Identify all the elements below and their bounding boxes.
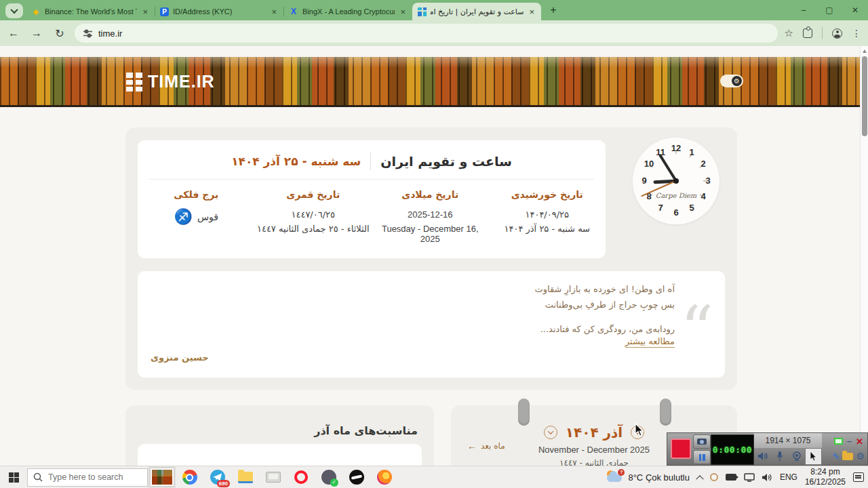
maximize-button[interactable]: ▢	[816, 0, 842, 20]
stop-record-button[interactable]	[671, 439, 691, 459]
chrome-icon	[182, 470, 197, 485]
occasions-title: مناسبت‌های ماه آذر	[314, 424, 418, 437]
tab-id-address[interactable]: P ID/Address (KYC) ×	[155, 3, 283, 20]
photo-thumbnail-icon	[151, 468, 174, 486]
checkmark-app-icon	[321, 470, 336, 485]
scrollbar[interactable]	[860, 46, 868, 466]
taskbar-app-telegram[interactable]: 690	[203, 466, 231, 488]
taskbar-app-recorder[interactable]	[259, 466, 287, 488]
taskbar-weather[interactable]: ? 8°C Çok bulutlu	[606, 470, 690, 484]
pause-button[interactable]	[693, 450, 711, 464]
analog-clock: 12 1 2 3 4 5 6 7 8 9 10 11 Carpe Diem	[633, 138, 719, 224]
windows-logo-icon	[9, 472, 19, 483]
next-month-button[interactable]: ← ماه بعد	[467, 441, 505, 451]
recorder-minimize-button[interactable]: –	[847, 439, 852, 444]
action-center-icon[interactable]	[853, 472, 864, 482]
extensions-icon[interactable]	[803, 28, 812, 38]
url-text[interactable]: time.ir	[98, 28, 122, 39]
firefox-icon	[377, 470, 392, 485]
address-bar[interactable]: time.ir	[75, 24, 778, 43]
tab-bingx[interactable]: X BingX - A Leading Cryptocurren ×	[283, 3, 412, 20]
taskbar-app-antivirus[interactable]	[315, 466, 342, 488]
timeir-logo[interactable]: TIME.IR	[126, 72, 215, 92]
occasions-card: مناسبت‌های ماه آذر	[125, 405, 434, 466]
back-button[interactable]: ←	[4, 24, 23, 43]
tab-title: ساعت و تقویم ایران | تاریخ امروز	[431, 7, 524, 16]
taskbar-app-photos[interactable]	[148, 466, 176, 488]
network-monitor-icon[interactable]	[744, 473, 755, 482]
search-input[interactable]	[48, 472, 136, 482]
weather-cloud-icon: ?	[606, 470, 623, 484]
tab-title: Binance: The World's Most Tru	[45, 7, 137, 16]
volume-icon[interactable]	[762, 473, 772, 482]
profile-icon[interactable]	[832, 28, 842, 39]
taskbar-app-firefox[interactable]	[370, 466, 398, 488]
weather-temp: 8°C	[628, 472, 643, 483]
close-window-button[interactable]: ✕	[842, 0, 868, 20]
recorder-close-button[interactable]: ✕	[856, 436, 863, 447]
tab-search-button[interactable]	[5, 3, 23, 18]
today-date-orange: سه شنبه - ۲۵ آذر ۱۴۰۴	[231, 155, 361, 168]
banner-autumn-forest: TIME.IR ⚙	[0, 57, 860, 107]
chevron-down-icon	[10, 6, 18, 14]
tray-circle-icon[interactable]	[710, 473, 718, 481]
taskbar-search[interactable]	[27, 468, 148, 487]
calendar-binder-ring	[660, 399, 671, 426]
microphone-icon[interactable]	[771, 448, 788, 465]
tab-binance[interactable]: ◆ Binance: The World's Most Tru ×	[26, 3, 155, 20]
close-icon[interactable]: ×	[141, 7, 149, 17]
gear-icon: ⚙	[732, 76, 742, 86]
menu-icon[interactable]: ⋮	[852, 28, 861, 39]
read-more-link[interactable]: مطالعه بیشتر	[625, 336, 675, 348]
new-tab-button[interactable]: +	[545, 2, 561, 18]
search-icon	[33, 472, 43, 482]
scrollbar-thumb[interactable]	[862, 56, 867, 136]
capture-resolution: 1914 × 1075	[754, 433, 822, 448]
screenshot-button[interactable]	[693, 434, 711, 449]
output-folder-icon[interactable]	[842, 453, 853, 460]
mouse-cursor	[635, 423, 645, 437]
opera-icon	[294, 470, 308, 484]
calendar-month-title[interactable]: آذر ۱۴۰۴	[566, 424, 623, 441]
taskbar-date: 16/12/2025	[805, 477, 846, 487]
draw-pencil-icon[interactable]: ✎	[833, 451, 840, 462]
weather-desc: Çok bulutlu	[646, 472, 690, 483]
recorder-settings-icon[interactable]: ⚙	[856, 451, 865, 462]
black-disc-icon	[349, 470, 364, 485]
tab-timeir-active[interactable]: ساعت و تقویم ایران | تاریخ امروز ×	[412, 3, 541, 20]
forward-button[interactable]: →	[27, 24, 46, 43]
bookmark-star-icon[interactable]: ☆	[785, 27, 793, 39]
minimize-button[interactable]: –	[791, 0, 816, 20]
scroll-up-arrow[interactable]	[863, 49, 867, 53]
banner-settings-toggle[interactable]: ⚙	[720, 75, 743, 87]
taskbar-app-chrome[interactable]	[176, 466, 203, 488]
webcam-icon[interactable]	[788, 448, 805, 465]
reload-button[interactable]: ↻	[50, 24, 69, 43]
tray-expand-icon[interactable]	[697, 474, 703, 480]
close-icon[interactable]: ×	[528, 7, 536, 17]
pause-icon	[699, 454, 705, 461]
timeir-favicon	[418, 7, 427, 16]
region-select-button[interactable]	[834, 438, 843, 445]
zodiac-column: برج فلکی قوس ♐	[138, 189, 255, 244]
quote-card: “ آه ای وطن! ای خورده به بازارِ شقاوت بس…	[138, 271, 725, 378]
timeir-logo-text: TIME.IR	[148, 72, 215, 92]
tray-camera-icon[interactable]	[726, 474, 736, 481]
taskbar-app-opera[interactable]	[287, 466, 315, 488]
camera-icon	[697, 439, 707, 445]
taskbar-clock[interactable]: 8:24 pm 16/12/2025	[805, 467, 846, 487]
cursor-capture-button[interactable]	[805, 448, 822, 465]
main-panel: سه شنبه - ۲۵ آذر ۱۴۰۴ ساعت و تقویم ایران…	[125, 127, 737, 390]
taskbar-app-black-disc[interactable]	[342, 466, 370, 488]
page-title: ساعت و تقویم ایران	[380, 154, 512, 169]
start-button[interactable]	[0, 466, 27, 488]
language-indicator[interactable]: ENG	[780, 472, 797, 482]
month-dropdown-icon[interactable]	[544, 426, 557, 439]
window-controls: – ▢ ✕	[791, 0, 868, 20]
close-icon[interactable]: ×	[270, 7, 278, 17]
taskbar-app-explorer[interactable]	[231, 466, 259, 488]
close-icon[interactable]: ×	[399, 7, 407, 17]
speaker-icon[interactable]	[754, 448, 771, 465]
solar-date-column: تاریخ خورشیدی ۱۴۰۴/۰۹/۲۵ سه شنبه - ۲۵ آذ…	[489, 189, 606, 244]
taskbar-time: 8:24 pm	[805, 467, 846, 477]
